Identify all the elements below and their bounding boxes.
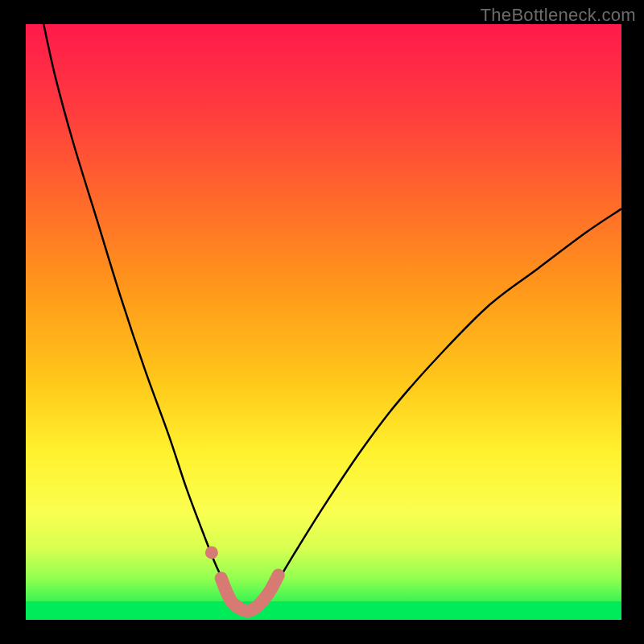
optimal-band: [26, 601, 621, 620]
plot-area: [26, 24, 621, 620]
chart-container: TheBottleneck.com: [0, 0, 644, 644]
watermark-text: TheBottleneck.com: [481, 5, 636, 26]
highlight-dot: [205, 546, 218, 559]
bottleneck-chart: [0, 0, 644, 644]
